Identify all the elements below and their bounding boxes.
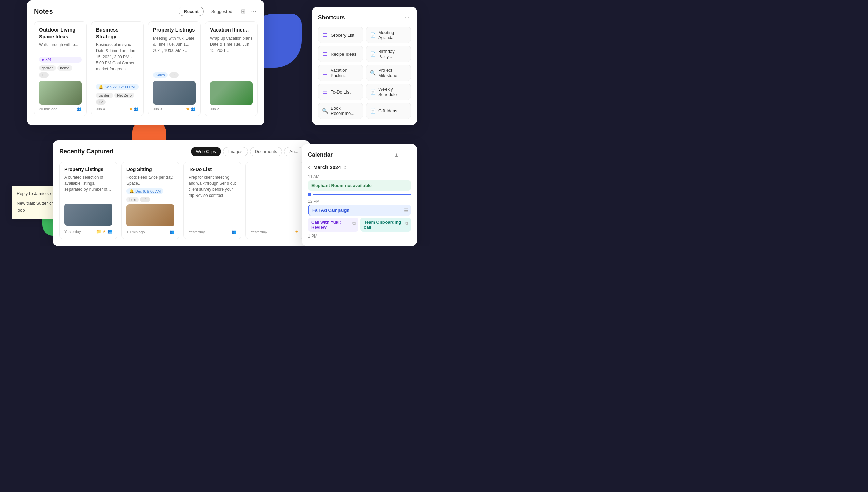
shortcut-gift-ideas[interactable]: 📄 Gift Ideas xyxy=(366,103,411,119)
note-footer: 20 min ago 👥 xyxy=(39,107,82,111)
recent-footer: Yesterday ★ xyxy=(251,230,298,234)
people-icon: 👥 xyxy=(107,229,112,234)
note-card-property[interactable]: Property Listings Meeting with Yuki Date… xyxy=(148,21,201,116)
notes-title: Notes xyxy=(34,7,53,15)
recent-card-extra[interactable]: Yesterday ★ xyxy=(245,162,303,239)
tab-images[interactable]: Images xyxy=(223,147,248,156)
tag-garden: garden xyxy=(96,93,113,98)
people-icon: 👥 xyxy=(77,107,82,111)
shortcut-grocery-list[interactable]: ☰ Grocery List xyxy=(318,27,363,43)
note-card-body: Meeting with Yuki Date & Time:Tue, Jun 1… xyxy=(153,35,196,70)
tag-luis: Luis xyxy=(126,197,139,202)
recent-date: Yesterday xyxy=(251,230,267,234)
doc-icon: 📄 xyxy=(370,32,376,38)
recent-card-image xyxy=(126,204,174,226)
note-card-business[interactable]: Business Strategy Business plan sync Dat… xyxy=(91,21,144,116)
note-date: Jun 3 xyxy=(153,107,162,111)
star-icon: ★ xyxy=(186,107,190,111)
note-footer: Jun 2 xyxy=(210,107,253,111)
tab-recent[interactable]: Recent xyxy=(179,7,203,16)
shortcut-label: Weekly Schedule xyxy=(378,87,407,97)
recently-captured-panel: Recently Captured Web Clips Images Docum… xyxy=(53,140,310,246)
calendar-title: Calendar xyxy=(308,151,333,158)
shortcut-label: Birthday Party... xyxy=(378,49,407,59)
tab-suggested[interactable]: Suggested xyxy=(206,7,237,16)
note-footer-icons: ★ 👥 xyxy=(129,107,139,111)
recent-date: 10 min ago xyxy=(126,230,145,234)
tag-more: +1 xyxy=(140,197,150,202)
calendar-event-call[interactable]: Call with Yuki: Review ⧉ xyxy=(308,218,358,232)
shortcuts-header: Shortcuts ⋯ xyxy=(318,13,411,22)
tab-documents[interactable]: Documents xyxy=(250,147,282,156)
doc-icon: 📄 xyxy=(370,108,376,114)
recent-card-image xyxy=(64,204,112,226)
recent-footer: 10 min ago 👥 xyxy=(126,230,174,234)
people-icon: 👥 xyxy=(134,107,139,111)
calendar-more-button[interactable]: ⋯ xyxy=(403,150,411,159)
dog-image xyxy=(126,204,174,226)
shortcut-book-recommendations[interactable]: 🔍 Book Recomme... xyxy=(318,103,363,119)
calendar-next-button[interactable]: › xyxy=(344,164,347,170)
note-card-outdoor[interactable]: Outdoor Living Space Ideas Walk-through … xyxy=(34,21,87,116)
shortcut-label: Book Recomme... xyxy=(331,106,359,116)
shortcut-birthday-party[interactable]: 📄 Birthday Party... xyxy=(366,46,411,62)
shortcuts-grid: ☰ Grocery List 📄 Meeting Agenda ☰ Recipe… xyxy=(318,27,411,119)
shortcut-todo-list[interactable]: ☰ To-Do List xyxy=(318,84,363,100)
calendar-panel: Calendar ⊞ ⋯ ‹ March 2024 › 11 AM Elepha… xyxy=(302,144,417,246)
note-card-title: Property Listings xyxy=(153,26,196,33)
shortcuts-more-button[interactable]: ⋯ xyxy=(403,13,411,22)
note-card-body: Wrap up vacation plans Date & Time:Tue, … xyxy=(210,35,253,78)
recent-tabs: Web Clips Images Documents Au... xyxy=(191,147,303,156)
star-icon: ★ xyxy=(295,230,298,234)
note-image xyxy=(39,81,82,105)
shortcuts-panel: Shortcuts ⋯ ☰ Grocery List 📄 Meeting Age… xyxy=(312,7,417,125)
calendar-event-fall[interactable]: Fall Ad Campaign ☰ xyxy=(308,205,411,216)
tag-garden: garden xyxy=(39,65,56,71)
calendar-header: Calendar ⊞ ⋯ xyxy=(308,150,411,159)
add-icon: + xyxy=(406,183,408,188)
people-icon: 👥 xyxy=(232,230,236,234)
shortcut-vacation-packing[interactable]: ☰ Vacation Packin... xyxy=(318,65,363,81)
shortcut-weekly-schedule[interactable]: 📄 Weekly Schedule xyxy=(366,84,411,100)
recent-card-property[interactable]: Property Listings A curated selection of… xyxy=(59,162,117,239)
recent-card-dog-sitting[interactable]: Dog Sitting Food: Feed twice per day. Sp… xyxy=(121,162,179,239)
note-tags: Luis +1 xyxy=(126,197,174,202)
calendar-event-team[interactable]: Team Onboarding call ⧉ xyxy=(360,218,411,232)
more-options-button[interactable]: ⋯ xyxy=(250,7,258,16)
people-icon: 👥 xyxy=(170,230,174,234)
list-view-button[interactable]: ⊞ xyxy=(240,7,247,16)
list-icon: ☰ xyxy=(322,70,328,76)
time-12pm: 12 PM xyxy=(308,199,411,204)
shortcut-meeting-agenda[interactable]: 📄 Meeting Agenda xyxy=(366,27,411,43)
tab-web-clips[interactable]: Web Clips xyxy=(191,147,221,156)
recent-card-title: Dog Sitting xyxy=(126,167,174,172)
shortcut-label: Project Milestone xyxy=(378,68,407,78)
calendar-header-icons: ⊞ ⋯ xyxy=(393,150,411,159)
note-footer: Jun 3 ★ 👥 xyxy=(153,107,196,111)
calendar-event-elephant[interactable]: Elephant Room not available + xyxy=(308,180,411,191)
folder-icon: 📁 xyxy=(96,229,101,234)
note-tags: garden Net Zero +2 xyxy=(96,93,139,105)
list-icon: ☰ xyxy=(322,89,328,95)
shortcut-project-milestone[interactable]: 🔍 Project Milestone xyxy=(366,65,411,81)
recent-date: Yesterday xyxy=(64,230,81,234)
note-image-inner xyxy=(210,81,253,105)
note-date: Jun 4 xyxy=(96,107,105,111)
tab-audio[interactable]: Au... xyxy=(284,147,303,156)
note-card-vacation[interactable]: Vacation Itiner... Wrap up vacation plan… xyxy=(205,21,258,116)
copy-icon: ⧉ xyxy=(405,220,408,226)
event-title: Call with Yuki: Review xyxy=(311,220,355,230)
alarm-text: Dec 6, 9:00 AM xyxy=(135,189,161,193)
calendar-prev-button[interactable]: ‹ xyxy=(308,164,310,170)
notes-panel: Notes Recent Suggested ⊞ ⋯ Outdoor Livin… xyxy=(27,0,264,125)
event-title: Team Onboarding call xyxy=(364,220,408,230)
shortcut-recipe-ideas[interactable]: ☰ Recipe Ideas xyxy=(318,46,363,62)
calendar-add-button[interactable]: ⊞ xyxy=(393,150,400,159)
recent-date: Yesterday xyxy=(189,230,205,234)
recent-card-todo[interactable]: To-Do List Prep for client meeting and w… xyxy=(183,162,241,239)
tag-more: +2 xyxy=(96,99,106,105)
shortcut-label: To-Do List xyxy=(331,89,351,95)
shortcut-label: Meeting Agenda xyxy=(378,30,407,40)
tag-more: +1 xyxy=(39,72,49,78)
time-dot xyxy=(308,193,311,196)
